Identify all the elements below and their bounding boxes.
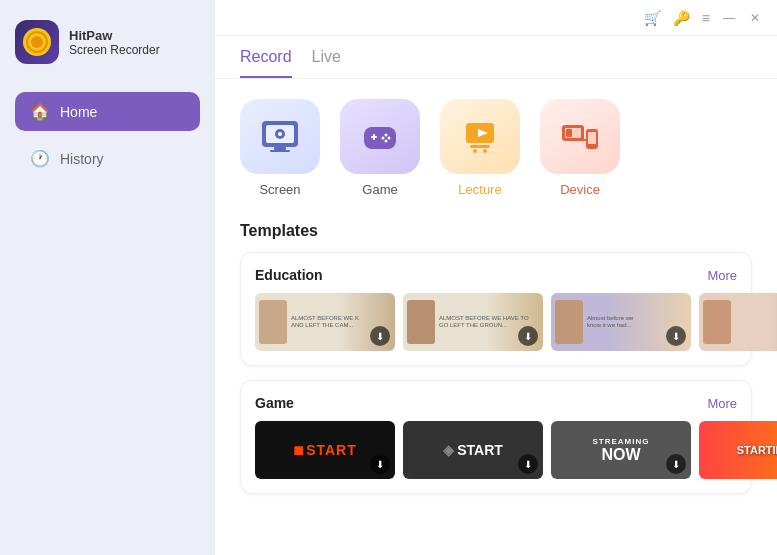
record-item-game[interactable]: Game	[340, 99, 420, 197]
game-template-card: Game More ■ START ⬇ ◈ START ⬇ STREAMING …	[240, 380, 752, 494]
game-thumb-2[interactable]: ◈ START ⬇	[403, 421, 543, 479]
logo-inner	[23, 28, 51, 56]
tab-record[interactable]: Record	[240, 48, 292, 78]
home-label: Home	[60, 104, 97, 120]
game-icon	[360, 119, 400, 155]
device-icon-box	[540, 99, 620, 174]
game-thumb-3[interactable]: STREAMING NOW ⬇	[551, 421, 691, 479]
education-thumb-1[interactable]: ALMOST BEFORE WE KAND LEFT THE CAM... ⬇	[255, 293, 395, 351]
game-label: Game	[362, 182, 397, 197]
titlebar: 🛒 🔑 ≡ — ✕	[215, 0, 777, 36]
education-title: Education	[255, 267, 323, 283]
game-g-icon: ■	[293, 440, 304, 461]
svg-point-16	[473, 149, 477, 153]
history-label: History	[60, 151, 104, 167]
education-thumb-4[interactable]: ⬇	[699, 293, 777, 351]
svg-rect-22	[588, 132, 596, 144]
cart-icon[interactable]: 🛒	[644, 10, 661, 26]
device-label: Device	[560, 182, 600, 197]
svg-rect-20	[566, 129, 572, 137]
record-icons-row: Screen Game	[215, 79, 777, 217]
app-logo	[15, 20, 59, 64]
screen-icon	[260, 119, 300, 155]
lecture-label: Lecture	[458, 182, 501, 197]
education-more-button[interactable]: More	[707, 268, 737, 283]
svg-rect-15	[470, 145, 490, 148]
device-icon	[560, 119, 600, 155]
sidebar: HitPaw Screen Recorder 🏠 Home 🕐 History	[0, 0, 215, 555]
app-subtitle: Screen Recorder	[69, 43, 160, 57]
record-item-screen[interactable]: Screen	[240, 99, 320, 197]
sidebar-item-home[interactable]: 🏠 Home	[15, 92, 200, 131]
download-button-1[interactable]: ⬇	[370, 326, 390, 346]
person-image-2	[407, 300, 435, 344]
logo-text: HitPaw Screen Recorder	[69, 28, 160, 57]
key-icon[interactable]: 🔑	[673, 10, 690, 26]
svg-point-12	[385, 139, 388, 142]
now-label: NOW	[601, 446, 640, 464]
game-thumbnails: ■ START ⬇ ◈ START ⬇ STREAMING NOW ⬇ STAR…	[255, 421, 737, 479]
record-item-lecture[interactable]: Lecture	[440, 99, 520, 197]
svg-point-9	[385, 133, 388, 136]
app-name: HitPaw	[69, 28, 160, 43]
menu-icon[interactable]: ≡	[702, 10, 710, 26]
download-button-3[interactable]: ⬇	[666, 326, 686, 346]
download-button-6[interactable]: ⬇	[518, 454, 538, 474]
game-start-text-1: START	[306, 442, 357, 458]
templates-title: Templates	[240, 222, 752, 240]
screen-icon-box	[240, 99, 320, 174]
tabs-bar: Record Live	[215, 36, 777, 79]
education-thumb-3[interactable]: Almost before weknow it we had... ⬇	[551, 293, 691, 351]
game-card-header: Game More	[255, 395, 737, 411]
minimize-button[interactable]: —	[722, 11, 736, 25]
person-image-4	[703, 300, 731, 344]
svg-rect-6	[364, 127, 396, 149]
lecture-icon	[460, 119, 500, 155]
education-card-header: Education More	[255, 267, 737, 283]
svg-point-10	[388, 136, 391, 139]
thumb-text: ALMOST BEFORE WE KAND LEFT THE CAM...	[291, 315, 359, 329]
svg-rect-8	[373, 134, 375, 140]
thumb-text-3: Almost before weknow it we had...	[587, 315, 633, 329]
svg-point-11	[382, 136, 385, 139]
svg-rect-5	[270, 150, 290, 152]
close-button[interactable]: ✕	[748, 11, 762, 25]
thumb-text-2: ALMOST BEFORE WE HAVE TOGO LEFT THE GROU…	[439, 315, 529, 329]
download-button-7[interactable]: ⬇	[666, 454, 686, 474]
record-item-device[interactable]: Device	[540, 99, 620, 197]
download-button-5[interactable]: ⬇	[370, 454, 390, 474]
main-content: 🛒 🔑 ≡ — ✕ Record Live Screen	[215, 0, 777, 555]
history-icon: 🕐	[30, 149, 50, 168]
person-image-3	[555, 300, 583, 344]
game-start-text-2: START	[457, 442, 503, 458]
education-template-card: Education More ALMOST BEFORE WE KAND LEF…	[240, 252, 752, 366]
sidebar-item-history[interactable]: 🕐 History	[15, 139, 200, 178]
lecture-icon-box	[440, 99, 520, 174]
education-thumbnails: ALMOST BEFORE WE KAND LEFT THE CAM... ⬇ …	[255, 293, 737, 351]
svg-point-3	[278, 132, 282, 136]
game-icon-box	[340, 99, 420, 174]
game-thumb-4[interactable]: STARTING... ⬇	[699, 421, 777, 479]
game-title: Game	[255, 395, 294, 411]
svg-rect-23	[578, 139, 588, 141]
home-icon: 🏠	[30, 102, 50, 121]
logo-area: HitPaw Screen Recorder	[15, 20, 200, 64]
game-icon-2: ◈	[443, 442, 454, 458]
svg-rect-4	[274, 147, 286, 150]
education-thumb-2[interactable]: ALMOST BEFORE WE HAVE TOGO LEFT THE GROU…	[403, 293, 543, 351]
download-button-2[interactable]: ⬇	[518, 326, 538, 346]
game-more-button[interactable]: More	[707, 396, 737, 411]
templates-section: Templates Education More ALMOST BEFORE W…	[215, 217, 777, 555]
screen-label: Screen	[259, 182, 300, 197]
tab-live[interactable]: Live	[312, 48, 341, 78]
svg-point-17	[483, 149, 487, 153]
game-thumb-1[interactable]: ■ START ⬇	[255, 421, 395, 479]
person-image	[259, 300, 287, 344]
starting-label: STARTING...	[737, 444, 777, 456]
streaming-label: STREAMING	[593, 437, 650, 446]
